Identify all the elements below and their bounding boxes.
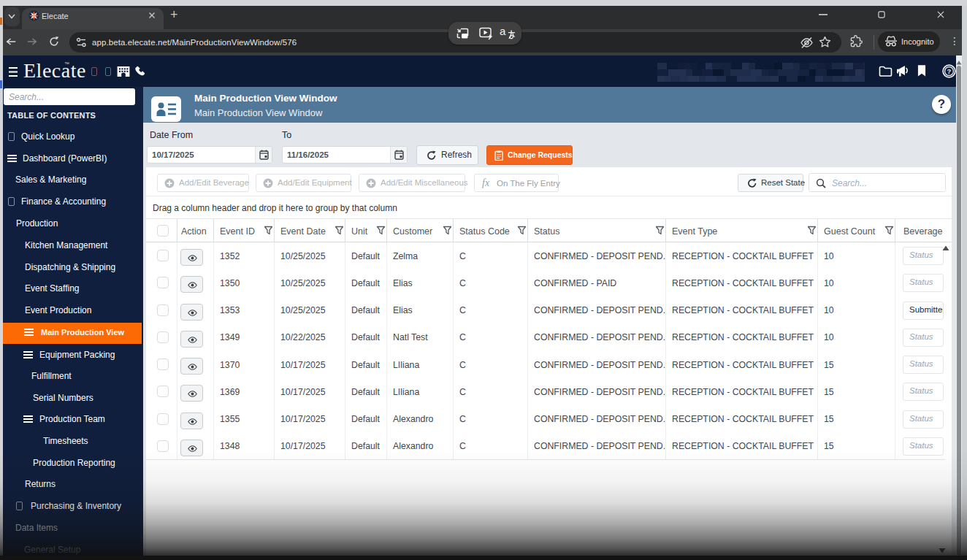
svg-text:?: ? <box>947 67 952 75</box>
